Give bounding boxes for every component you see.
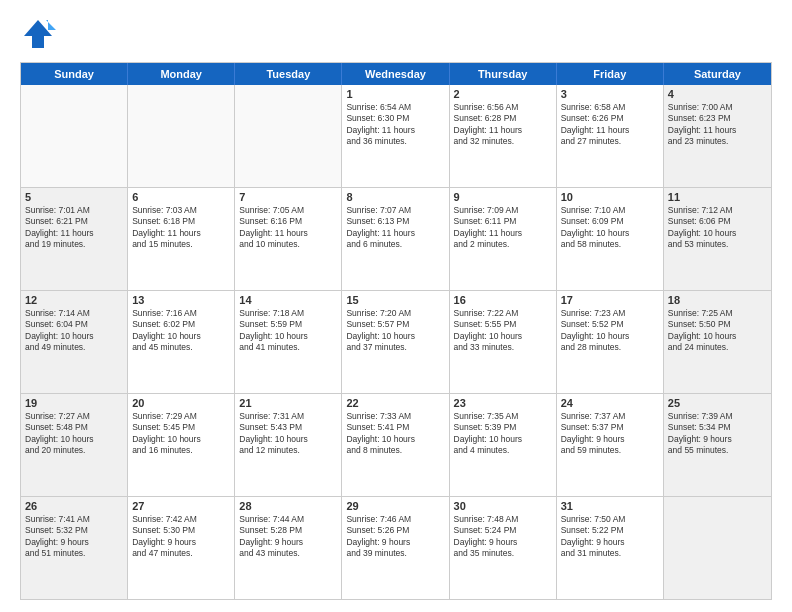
day-number: 2	[454, 88, 552, 100]
cal-row-1: 5Sunrise: 7:01 AM Sunset: 6:21 PM Daylig…	[21, 188, 771, 291]
cal-cell-17: 17Sunrise: 7:23 AM Sunset: 5:52 PM Dayli…	[557, 291, 664, 393]
cal-cell-26: 26Sunrise: 7:41 AM Sunset: 5:32 PM Dayli…	[21, 497, 128, 599]
day-number: 22	[346, 397, 444, 409]
day-number: 4	[668, 88, 767, 100]
day-number: 23	[454, 397, 552, 409]
cell-info: Sunrise: 7:10 AM Sunset: 6:09 PM Dayligh…	[561, 205, 659, 251]
day-number: 21	[239, 397, 337, 409]
cal-cell-31: 31Sunrise: 7:50 AM Sunset: 5:22 PM Dayli…	[557, 497, 664, 599]
cal-cell-27: 27Sunrise: 7:42 AM Sunset: 5:30 PM Dayli…	[128, 497, 235, 599]
day-number: 26	[25, 500, 123, 512]
day-number: 29	[346, 500, 444, 512]
cell-info: Sunrise: 7:23 AM Sunset: 5:52 PM Dayligh…	[561, 308, 659, 354]
day-number: 19	[25, 397, 123, 409]
day-number: 31	[561, 500, 659, 512]
cal-cell-5: 5Sunrise: 7:01 AM Sunset: 6:21 PM Daylig…	[21, 188, 128, 290]
cal-row-3: 19Sunrise: 7:27 AM Sunset: 5:48 PM Dayli…	[21, 394, 771, 497]
header-day-sunday: Sunday	[21, 63, 128, 85]
cell-info: Sunrise: 7:05 AM Sunset: 6:16 PM Dayligh…	[239, 205, 337, 251]
cell-info: Sunrise: 7:42 AM Sunset: 5:30 PM Dayligh…	[132, 514, 230, 560]
day-number: 11	[668, 191, 767, 203]
cell-info: Sunrise: 7:48 AM Sunset: 5:24 PM Dayligh…	[454, 514, 552, 560]
calendar-header: SundayMondayTuesdayWednesdayThursdayFrid…	[21, 63, 771, 85]
day-number: 6	[132, 191, 230, 203]
cell-info: Sunrise: 7:39 AM Sunset: 5:34 PM Dayligh…	[668, 411, 767, 457]
cal-cell-21: 21Sunrise: 7:31 AM Sunset: 5:43 PM Dayli…	[235, 394, 342, 496]
cell-info: Sunrise: 7:16 AM Sunset: 6:02 PM Dayligh…	[132, 308, 230, 354]
cal-cell-10: 10Sunrise: 7:10 AM Sunset: 6:09 PM Dayli…	[557, 188, 664, 290]
cal-cell-12: 12Sunrise: 7:14 AM Sunset: 6:04 PM Dayli…	[21, 291, 128, 393]
cell-info: Sunrise: 7:37 AM Sunset: 5:37 PM Dayligh…	[561, 411, 659, 457]
day-number: 8	[346, 191, 444, 203]
cal-cell-20: 20Sunrise: 7:29 AM Sunset: 5:45 PM Dayli…	[128, 394, 235, 496]
cal-cell-empty-4-6	[664, 497, 771, 599]
cell-info: Sunrise: 7:14 AM Sunset: 6:04 PM Dayligh…	[25, 308, 123, 354]
day-number: 28	[239, 500, 337, 512]
cell-info: Sunrise: 7:01 AM Sunset: 6:21 PM Dayligh…	[25, 205, 123, 251]
page: SundayMondayTuesdayWednesdayThursdayFrid…	[0, 0, 792, 612]
day-number: 14	[239, 294, 337, 306]
cell-info: Sunrise: 7:44 AM Sunset: 5:28 PM Dayligh…	[239, 514, 337, 560]
cal-cell-24: 24Sunrise: 7:37 AM Sunset: 5:37 PM Dayli…	[557, 394, 664, 496]
header-day-thursday: Thursday	[450, 63, 557, 85]
cell-info: Sunrise: 7:33 AM Sunset: 5:41 PM Dayligh…	[346, 411, 444, 457]
day-number: 20	[132, 397, 230, 409]
calendar-body: 1Sunrise: 6:54 AM Sunset: 6:30 PM Daylig…	[21, 85, 771, 599]
cell-info: Sunrise: 7:22 AM Sunset: 5:55 PM Dayligh…	[454, 308, 552, 354]
cell-info: Sunrise: 6:58 AM Sunset: 6:26 PM Dayligh…	[561, 102, 659, 148]
day-number: 7	[239, 191, 337, 203]
day-number: 16	[454, 294, 552, 306]
day-number: 24	[561, 397, 659, 409]
cal-cell-18: 18Sunrise: 7:25 AM Sunset: 5:50 PM Dayli…	[664, 291, 771, 393]
cell-info: Sunrise: 7:03 AM Sunset: 6:18 PM Dayligh…	[132, 205, 230, 251]
cal-cell-6: 6Sunrise: 7:03 AM Sunset: 6:18 PM Daylig…	[128, 188, 235, 290]
cal-cell-19: 19Sunrise: 7:27 AM Sunset: 5:48 PM Dayli…	[21, 394, 128, 496]
cal-cell-empty-0-2	[235, 85, 342, 187]
svg-marker-1	[46, 20, 56, 30]
cell-info: Sunrise: 7:00 AM Sunset: 6:23 PM Dayligh…	[668, 102, 767, 148]
cal-cell-22: 22Sunrise: 7:33 AM Sunset: 5:41 PM Dayli…	[342, 394, 449, 496]
cell-info: Sunrise: 7:18 AM Sunset: 5:59 PM Dayligh…	[239, 308, 337, 354]
cal-cell-13: 13Sunrise: 7:16 AM Sunset: 6:02 PM Dayli…	[128, 291, 235, 393]
svg-marker-0	[24, 20, 52, 48]
cell-info: Sunrise: 7:41 AM Sunset: 5:32 PM Dayligh…	[25, 514, 123, 560]
logo-icon	[20, 16, 56, 52]
cal-cell-23: 23Sunrise: 7:35 AM Sunset: 5:39 PM Dayli…	[450, 394, 557, 496]
cell-info: Sunrise: 7:46 AM Sunset: 5:26 PM Dayligh…	[346, 514, 444, 560]
cal-row-4: 26Sunrise: 7:41 AM Sunset: 5:32 PM Dayli…	[21, 497, 771, 599]
header-day-wednesday: Wednesday	[342, 63, 449, 85]
cal-cell-4: 4Sunrise: 7:00 AM Sunset: 6:23 PM Daylig…	[664, 85, 771, 187]
cell-info: Sunrise: 7:20 AM Sunset: 5:57 PM Dayligh…	[346, 308, 444, 354]
day-number: 17	[561, 294, 659, 306]
cell-info: Sunrise: 7:09 AM Sunset: 6:11 PM Dayligh…	[454, 205, 552, 251]
cal-cell-11: 11Sunrise: 7:12 AM Sunset: 6:06 PM Dayli…	[664, 188, 771, 290]
cal-cell-9: 9Sunrise: 7:09 AM Sunset: 6:11 PM Daylig…	[450, 188, 557, 290]
cell-info: Sunrise: 7:25 AM Sunset: 5:50 PM Dayligh…	[668, 308, 767, 354]
cell-info: Sunrise: 7:27 AM Sunset: 5:48 PM Dayligh…	[25, 411, 123, 457]
cell-info: Sunrise: 7:35 AM Sunset: 5:39 PM Dayligh…	[454, 411, 552, 457]
cell-info: Sunrise: 7:50 AM Sunset: 5:22 PM Dayligh…	[561, 514, 659, 560]
logo	[20, 16, 62, 52]
cal-row-2: 12Sunrise: 7:14 AM Sunset: 6:04 PM Dayli…	[21, 291, 771, 394]
cal-cell-2: 2Sunrise: 6:56 AM Sunset: 6:28 PM Daylig…	[450, 85, 557, 187]
cal-cell-empty-0-0	[21, 85, 128, 187]
day-number: 13	[132, 294, 230, 306]
day-number: 15	[346, 294, 444, 306]
cal-cell-8: 8Sunrise: 7:07 AM Sunset: 6:13 PM Daylig…	[342, 188, 449, 290]
header-day-tuesday: Tuesday	[235, 63, 342, 85]
cal-cell-15: 15Sunrise: 7:20 AM Sunset: 5:57 PM Dayli…	[342, 291, 449, 393]
cal-cell-3: 3Sunrise: 6:58 AM Sunset: 6:26 PM Daylig…	[557, 85, 664, 187]
cal-cell-7: 7Sunrise: 7:05 AM Sunset: 6:16 PM Daylig…	[235, 188, 342, 290]
day-number: 27	[132, 500, 230, 512]
day-number: 9	[454, 191, 552, 203]
calendar: SundayMondayTuesdayWednesdayThursdayFrid…	[20, 62, 772, 600]
header	[20, 16, 772, 52]
cell-info: Sunrise: 7:31 AM Sunset: 5:43 PM Dayligh…	[239, 411, 337, 457]
cal-cell-14: 14Sunrise: 7:18 AM Sunset: 5:59 PM Dayli…	[235, 291, 342, 393]
cal-cell-16: 16Sunrise: 7:22 AM Sunset: 5:55 PM Dayli…	[450, 291, 557, 393]
header-day-saturday: Saturday	[664, 63, 771, 85]
day-number: 25	[668, 397, 767, 409]
header-day-monday: Monday	[128, 63, 235, 85]
day-number: 3	[561, 88, 659, 100]
cell-info: Sunrise: 7:12 AM Sunset: 6:06 PM Dayligh…	[668, 205, 767, 251]
